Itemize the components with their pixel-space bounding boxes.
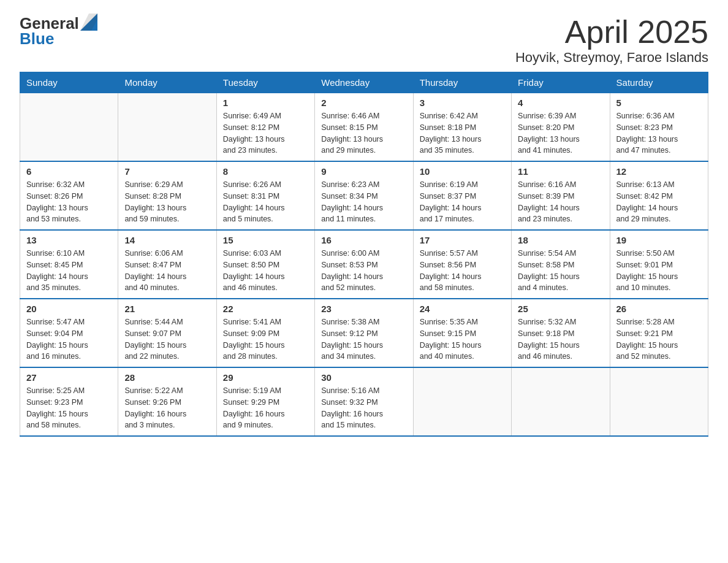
header-sunday: Sunday xyxy=(20,72,118,93)
day-number: 12 xyxy=(616,166,702,177)
day-info: Sunrise: 5:50 AM Sunset: 9:01 PM Dayligh… xyxy=(616,248,702,294)
day-number: 13 xyxy=(26,235,112,245)
day-info: Sunrise: 5:19 AM Sunset: 9:29 PM Dayligh… xyxy=(223,385,308,431)
day-info: Sunrise: 6:49 AM Sunset: 8:12 PM Dayligh… xyxy=(223,110,308,156)
day-number: 6 xyxy=(26,166,112,177)
day-number: 10 xyxy=(420,166,505,177)
calendar-cell: 24Sunrise: 5:35 AM Sunset: 9:15 PM Dayli… xyxy=(413,299,511,367)
calendar-cell: 12Sunrise: 6:13 AM Sunset: 8:42 PM Dayli… xyxy=(610,161,708,230)
day-number: 19 xyxy=(616,235,702,245)
day-info: Sunrise: 6:16 AM Sunset: 8:39 PM Dayligh… xyxy=(518,179,603,225)
header-wednesday: Wednesday xyxy=(315,72,413,93)
logo-blue: Blue xyxy=(20,30,97,48)
day-number: 29 xyxy=(223,372,308,383)
calendar-cell: 10Sunrise: 6:19 AM Sunset: 8:37 PM Dayli… xyxy=(413,161,511,230)
day-info: Sunrise: 5:16 AM Sunset: 9:32 PM Dayligh… xyxy=(321,385,406,431)
day-info: Sunrise: 5:57 AM Sunset: 8:56 PM Dayligh… xyxy=(420,248,505,294)
calendar-cell: 21Sunrise: 5:44 AM Sunset: 9:07 PM Dayli… xyxy=(118,299,216,367)
day-info: Sunrise: 6:23 AM Sunset: 8:34 PM Dayligh… xyxy=(321,179,406,225)
calendar-cell: 1Sunrise: 6:49 AM Sunset: 8:12 PM Daylig… xyxy=(216,93,314,162)
day-number: 18 xyxy=(518,235,603,245)
day-number: 26 xyxy=(616,304,702,314)
day-info: Sunrise: 5:32 AM Sunset: 9:18 PM Dayligh… xyxy=(518,316,603,362)
calendar-cell: 3Sunrise: 6:42 AM Sunset: 8:18 PM Daylig… xyxy=(413,93,511,162)
calendar-cell: 22Sunrise: 5:41 AM Sunset: 9:09 PM Dayli… xyxy=(216,299,314,367)
calendar-cell: 29Sunrise: 5:19 AM Sunset: 9:29 PM Dayli… xyxy=(216,367,314,436)
day-info: Sunrise: 6:06 AM Sunset: 8:47 PM Dayligh… xyxy=(124,248,210,294)
calendar-cell: 9Sunrise: 6:23 AM Sunset: 8:34 PM Daylig… xyxy=(315,161,413,230)
day-number: 7 xyxy=(124,166,210,177)
calendar-cell: 8Sunrise: 6:26 AM Sunset: 8:31 PM Daylig… xyxy=(216,161,314,230)
day-number: 25 xyxy=(518,304,603,314)
header-row: SundayMondayTuesdayWednesdayThursdayFrid… xyxy=(20,72,708,93)
calendar-cell: 11Sunrise: 6:16 AM Sunset: 8:39 PM Dayli… xyxy=(512,161,610,230)
day-number: 22 xyxy=(223,304,308,314)
day-info: Sunrise: 6:32 AM Sunset: 8:26 PM Dayligh… xyxy=(26,179,112,225)
day-number: 23 xyxy=(321,304,406,314)
title-block: April 2025 Hoyvik, Streymoy, Faroe Islan… xyxy=(515,15,708,66)
calendar-cell: 19Sunrise: 5:50 AM Sunset: 9:01 PM Dayli… xyxy=(610,230,708,299)
calendar-cell: 14Sunrise: 6:06 AM Sunset: 8:47 PM Dayli… xyxy=(118,230,216,299)
day-number: 4 xyxy=(518,98,603,108)
calendar-cell: 23Sunrise: 5:38 AM Sunset: 9:12 PM Dayli… xyxy=(315,299,413,367)
day-info: Sunrise: 6:03 AM Sunset: 8:50 PM Dayligh… xyxy=(223,248,308,294)
day-info: Sunrise: 5:38 AM Sunset: 9:12 PM Dayligh… xyxy=(321,316,406,362)
calendar-cell: 20Sunrise: 5:47 AM Sunset: 9:04 PM Dayli… xyxy=(20,299,118,367)
calendar-cell: 16Sunrise: 6:00 AM Sunset: 8:53 PM Dayli… xyxy=(315,230,413,299)
day-number: 20 xyxy=(26,304,112,314)
day-info: Sunrise: 5:28 AM Sunset: 9:21 PM Dayligh… xyxy=(616,316,702,362)
day-number: 3 xyxy=(420,98,505,108)
calendar-cell: 7Sunrise: 6:29 AM Sunset: 8:28 PM Daylig… xyxy=(118,161,216,230)
calendar-cell xyxy=(118,93,216,162)
calendar-week-row: 13Sunrise: 6:10 AM Sunset: 8:45 PM Dayli… xyxy=(20,230,708,299)
header-tuesday: Tuesday xyxy=(216,72,314,93)
calendar-cell: 27Sunrise: 5:25 AM Sunset: 9:23 PM Dayli… xyxy=(20,367,118,436)
calendar-table: SundayMondayTuesdayWednesdayThursdayFrid… xyxy=(20,72,708,437)
day-info: Sunrise: 5:54 AM Sunset: 8:58 PM Dayligh… xyxy=(518,248,603,294)
day-info: Sunrise: 5:35 AM Sunset: 9:15 PM Dayligh… xyxy=(420,316,505,362)
day-info: Sunrise: 6:29 AM Sunset: 8:28 PM Dayligh… xyxy=(124,179,210,225)
calendar-cell: 17Sunrise: 5:57 AM Sunset: 8:56 PM Dayli… xyxy=(413,230,511,299)
day-info: Sunrise: 6:42 AM Sunset: 8:18 PM Dayligh… xyxy=(420,110,505,156)
day-number: 14 xyxy=(124,235,210,245)
calendar-week-row: 1Sunrise: 6:49 AM Sunset: 8:12 PM Daylig… xyxy=(20,93,708,162)
calendar-week-row: 27Sunrise: 5:25 AM Sunset: 9:23 PM Dayli… xyxy=(20,367,708,436)
calendar-week-row: 6Sunrise: 6:32 AM Sunset: 8:26 PM Daylig… xyxy=(20,161,708,230)
day-info: Sunrise: 6:13 AM Sunset: 8:42 PM Dayligh… xyxy=(616,179,702,225)
calendar-cell: 13Sunrise: 6:10 AM Sunset: 8:45 PM Dayli… xyxy=(20,230,118,299)
calendar-cell xyxy=(512,367,610,436)
day-number: 24 xyxy=(420,304,505,314)
header-thursday: Thursday xyxy=(413,72,511,93)
day-info: Sunrise: 5:44 AM Sunset: 9:07 PM Dayligh… xyxy=(124,316,210,362)
calendar-cell: 25Sunrise: 5:32 AM Sunset: 9:18 PM Dayli… xyxy=(512,299,610,367)
calendar-cell: 6Sunrise: 6:32 AM Sunset: 8:26 PM Daylig… xyxy=(20,161,118,230)
calendar-cell: 18Sunrise: 5:54 AM Sunset: 8:58 PM Dayli… xyxy=(512,230,610,299)
calendar-cell xyxy=(610,367,708,436)
calendar-cell xyxy=(20,93,118,162)
day-info: Sunrise: 5:25 AM Sunset: 9:23 PM Dayligh… xyxy=(26,385,112,431)
day-number: 28 xyxy=(124,372,210,383)
calendar-cell: 30Sunrise: 5:16 AM Sunset: 9:32 PM Dayli… xyxy=(315,367,413,436)
day-info: Sunrise: 6:19 AM Sunset: 8:37 PM Dayligh… xyxy=(420,179,505,225)
calendar-cell: 15Sunrise: 6:03 AM Sunset: 8:50 PM Dayli… xyxy=(216,230,314,299)
day-info: Sunrise: 5:47 AM Sunset: 9:04 PM Dayligh… xyxy=(26,316,112,362)
day-info: Sunrise: 6:46 AM Sunset: 8:15 PM Dayligh… xyxy=(321,110,406,156)
logo: General Blue xyxy=(20,15,97,47)
calendar-cell: 2Sunrise: 6:46 AM Sunset: 8:15 PM Daylig… xyxy=(315,93,413,162)
page-header: General Blue April 2025 Hoyvik, Streymoy… xyxy=(20,15,708,66)
page-title: April 2025 xyxy=(515,15,708,50)
calendar-cell: 5Sunrise: 6:36 AM Sunset: 8:23 PM Daylig… xyxy=(610,93,708,162)
day-number: 21 xyxy=(124,304,210,314)
logo-icon xyxy=(80,13,97,31)
day-info: Sunrise: 6:39 AM Sunset: 8:20 PM Dayligh… xyxy=(518,110,603,156)
day-number: 9 xyxy=(321,166,406,177)
day-number: 16 xyxy=(321,235,406,245)
calendar-cell: 28Sunrise: 5:22 AM Sunset: 9:26 PM Dayli… xyxy=(118,367,216,436)
day-number: 5 xyxy=(616,98,702,108)
day-info: Sunrise: 6:36 AM Sunset: 8:23 PM Dayligh… xyxy=(616,110,702,156)
day-number: 15 xyxy=(223,235,308,245)
day-number: 27 xyxy=(26,372,112,383)
header-friday: Friday xyxy=(512,72,610,93)
day-number: 17 xyxy=(420,235,505,245)
header-monday: Monday xyxy=(118,72,216,93)
